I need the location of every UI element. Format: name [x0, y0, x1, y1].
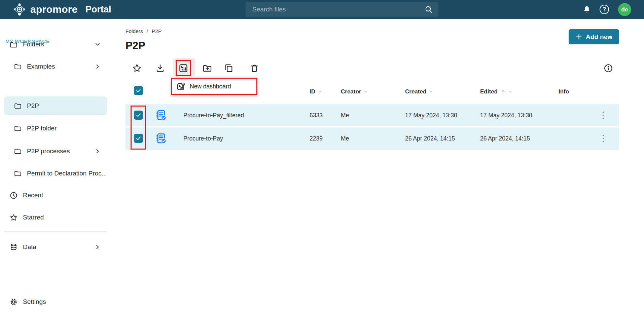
sidebar-divider [4, 231, 107, 232]
product-title: Portal [85, 0, 111, 19]
column-label: Creator [341, 88, 361, 95]
column-header-edited[interactable]: Edited [480, 86, 512, 98]
sidebar-item-p2p-folder[interactable]: P2P folder [4, 121, 107, 135]
sidebar-item-label: P2P [27, 102, 39, 110]
sidebar-item-p2p-processes[interactable]: P2P processes [4, 144, 107, 158]
check-icon [136, 112, 141, 118]
create-dashboard-button[interactable] [177, 62, 189, 74]
log-file-icon [154, 132, 167, 145]
sidebar-item-starred[interactable]: Starred [4, 210, 107, 225]
sidebar: MY WORKSPACE Folders Examples P2P P2P fo… [0, 19, 114, 323]
folder-icon [13, 169, 22, 178]
star-icon [9, 213, 18, 222]
star-icon [132, 63, 142, 73]
caret-down-icon [508, 90, 512, 94]
row-created: 26 Apr 2024, 14:15 [405, 127, 455, 150]
delete-button[interactable] [248, 62, 260, 74]
sidebar-item-label: Recent [23, 192, 43, 199]
chevron-down-icon[interactable] [94, 41, 101, 48]
row-creator: Me [341, 127, 349, 150]
row-created: 17 May 2024, 13:30 [405, 104, 457, 126]
folder-icon [13, 147, 22, 156]
table-header: ID Creator Created Edited Info [126, 86, 619, 98]
bell-icon [582, 5, 591, 14]
row-menu-button[interactable] [597, 127, 610, 150]
copy-icon [224, 63, 234, 73]
help-button[interactable]: ? [598, 0, 611, 19]
add-new-button[interactable]: Add new [569, 29, 619, 44]
page-title: P2P [126, 40, 145, 52]
help-icon: ? [600, 5, 609, 14]
brand-name: apromore [30, 4, 78, 15]
move-to-folder-button[interactable] [201, 62, 213, 74]
folder-open-icon [9, 40, 18, 49]
avatar-initials: de [621, 6, 628, 13]
column-label: Created [405, 88, 426, 95]
search-input[interactable] [246, 2, 424, 17]
sidebar-item-permit-to-declaration[interactable]: Permit to Declaration Proc... [4, 166, 107, 180]
dashboard-icon [178, 63, 188, 73]
row-creator: Me [341, 104, 349, 126]
chevron-right-icon[interactable] [94, 148, 101, 155]
chevron-right-icon[interactable] [94, 63, 101, 70]
folder-icon [13, 102, 22, 110]
column-label: Edited [480, 88, 498, 95]
row-name[interactable]: Procure-to-Pay_filtered [183, 104, 244, 126]
sidebar-item-data[interactable]: Data [4, 240, 107, 254]
sidebar-item-p2p[interactable]: P2P [4, 96, 107, 115]
row-name[interactable]: Procure-to-Pay [183, 127, 223, 150]
breadcrumb-folders[interactable]: Folders [126, 28, 143, 34]
column-label: Info [559, 88, 569, 95]
breadcrumb-current[interactable]: P2P [152, 28, 162, 34]
info-icon [604, 64, 613, 73]
row-id: 2239 [310, 127, 323, 150]
help-glyph: ? [603, 6, 606, 13]
row-checkbox[interactable] [134, 134, 143, 143]
sidebar-item-settings[interactable]: Settings [4, 295, 107, 309]
plus-icon [575, 33, 582, 40]
sort-ascending-icon [500, 89, 506, 94]
brand[interactable]: apromore [13, 0, 78, 19]
chevron-right-icon[interactable] [94, 244, 101, 250]
copy-button[interactable] [223, 62, 235, 74]
download-button[interactable] [154, 62, 166, 74]
column-label: ID [310, 88, 315, 95]
notifications-button[interactable] [581, 0, 593, 19]
row-edited: 26 Apr 2024, 14:15 [480, 127, 530, 150]
search-bar[interactable] [246, 2, 438, 17]
topbar: apromore Portal ? de [0, 0, 644, 19]
clock-icon [9, 191, 18, 200]
info-button[interactable] [602, 62, 614, 74]
sidebar-item-label: P2P folder [27, 125, 57, 132]
sidebar-item-label: Permit to Declaration Proc... [27, 170, 107, 177]
row-menu-button[interactable] [597, 104, 610, 126]
sidebar-item-label: Settings [23, 298, 46, 306]
sidebar-item-label: Folders [23, 41, 44, 48]
download-icon [155, 63, 165, 73]
caret-down-icon [318, 90, 322, 94]
log-file-icon [154, 109, 167, 122]
column-header-creator[interactable]: Creator [341, 86, 368, 98]
caret-down-icon [364, 90, 368, 94]
column-header-created[interactable]: Created [405, 86, 433, 98]
column-header-id[interactable]: ID [310, 86, 322, 98]
favorite-button[interactable] [131, 62, 143, 74]
row-edited: 17 May 2024, 13:30 [480, 104, 532, 126]
apromore-logo-icon [13, 3, 26, 16]
row-checkbox[interactable] [134, 111, 143, 120]
trash-icon [249, 63, 259, 73]
table-bottom-divider [126, 150, 619, 150]
database-icon [9, 243, 18, 251]
column-header-info: Info [559, 86, 569, 98]
user-avatar[interactable]: de [618, 3, 631, 16]
table-row[interactable]: Procure-to-Pay 2239 Me 26 Apr 2024, 14:1… [126, 127, 619, 150]
folder-move-icon [202, 63, 212, 73]
table-row[interactable]: Procure-to-Pay_filtered 6333 Me 17 May 2… [126, 104, 619, 126]
sidebar-item-folders[interactable]: Folders [4, 37, 107, 51]
sidebar-item-examples[interactable]: Examples [4, 59, 107, 74]
sidebar-item-recent[interactable]: Recent [4, 188, 107, 202]
search-icon[interactable] [424, 5, 433, 14]
breadcrumb-separator: / [147, 28, 148, 34]
caret-down-icon [429, 90, 433, 94]
gear-icon [9, 298, 18, 306]
